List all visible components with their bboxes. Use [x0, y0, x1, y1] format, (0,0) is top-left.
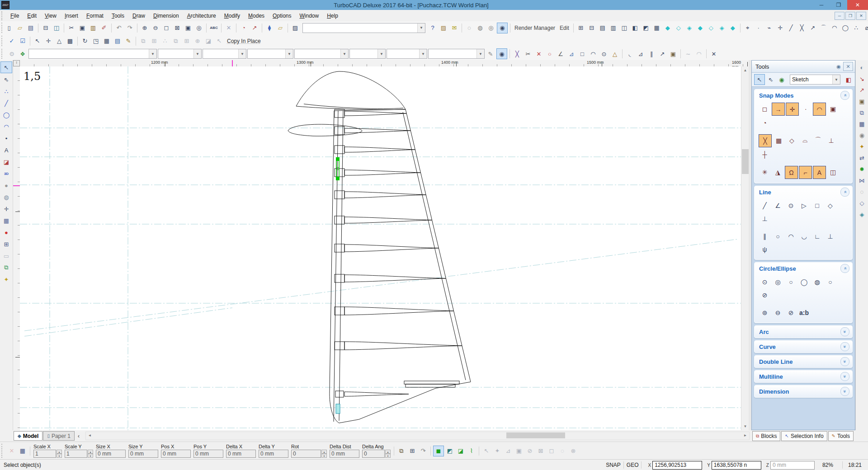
- line-parallel[interactable]: ∥: [759, 230, 771, 242]
- zoom-extents-button[interactable]: ⊠: [172, 23, 182, 33]
- line-single[interactable]: ╱: [759, 199, 771, 212]
- delta-ang-field-input[interactable]: 0: [362, 450, 385, 458]
- size-x-field-input[interactable]: 0 mm: [96, 450, 126, 458]
- spin-up-icon[interactable]: ▲: [57, 450, 62, 454]
- line-irregular-polygon[interactable]: ▷: [798, 199, 810, 212]
- camera-tool[interactable]: ▦: [1, 215, 12, 226]
- edit-curve-button[interactable]: ↷: [418, 446, 428, 456]
- close-button[interactable]: ✕: [847, 0, 868, 10]
- line-double-segment[interactable]: ∠: [772, 199, 784, 212]
- snap-intersection-toolbar-button[interactable]: ╳: [797, 23, 807, 33]
- viewport-tool[interactable]: ⊞: [1, 239, 12, 249]
- line-perpendicular-from-line[interactable]: ⊥: [824, 230, 836, 242]
- restore-button[interactable]: ❐: [830, 0, 847, 10]
- snap-grid[interactable]: ▦: [773, 134, 785, 146]
- copy-in-place-button[interactable]: Copy In Place: [227, 38, 261, 44]
- menu-modes[interactable]: Modes: [244, 11, 269, 20]
- node-edit-tool[interactable]: ⇖: [1, 74, 12, 85]
- view-top-button[interactable]: ◩: [641, 23, 651, 33]
- ellipse[interactable]: ○: [824, 276, 836, 288]
- pack-and-go-button[interactable]: ↖: [33, 36, 42, 46]
- zoom-out-button[interactable]: ⊖: [151, 23, 160, 33]
- geo-toggle[interactable]: GEO: [627, 462, 639, 468]
- horizontal-ruler[interactable]: 1200 mm1300 mm1400 mm1500 mm1600 mm: [20, 60, 749, 67]
- chevron-down-icon[interactable]: ▼: [832, 75, 840, 84]
- snap-rubber-stamp[interactable]: ◇: [786, 134, 798, 146]
- group-edit-icon[interactable]: ◇: [857, 198, 867, 208]
- line-tangent-to-arc[interactable]: ○: [772, 230, 784, 242]
- spin-down-icon[interactable]: ▼: [321, 454, 327, 458]
- snap-center-toolbar-button[interactable]: ✛: [775, 23, 785, 33]
- vertical-scroll-thumb[interactable]: [742, 149, 749, 174]
- chevron-down-icon[interactable]: ▼: [377, 49, 385, 58]
- doc-close-button[interactable]: ✕: [856, 12, 866, 20]
- selector-window-icon[interactable]: ◐: [857, 62, 867, 73]
- table-icon[interactable]: ▦: [857, 119, 867, 129]
- view-front-button[interactable]: ▦: [652, 23, 662, 33]
- snap-midpoint[interactable]: ┼: [759, 148, 771, 160]
- named-view-button[interactable]: ▥: [609, 23, 618, 33]
- spin-up-icon[interactable]: ▲: [385, 450, 391, 454]
- save-button[interactable]: ▤: [26, 23, 36, 33]
- snap-ortho[interactable]: ⌐: [799, 166, 812, 179]
- size-y-field-input[interactable]: 0 mm: [128, 450, 158, 458]
- snap-arc-toolbar-button[interactable]: ◠: [830, 23, 840, 33]
- expand-section-icon[interactable]: »: [840, 387, 849, 396]
- vertical-scrollbar[interactable]: ▲ ▼: [741, 66, 749, 430]
- dot-tool[interactable]: •: [1, 133, 12, 144]
- circle-tangent-to-line[interactable]: ◍: [811, 276, 823, 288]
- pos-x-field-input[interactable]: 0 mm: [161, 450, 191, 458]
- palette-tab-selection-info[interactable]: ↖Selection Info: [781, 431, 827, 441]
- spell-check-drawing-button[interactable]: ✓: [7, 36, 17, 46]
- quick-dim-button[interactable]: ⊿: [566, 49, 576, 59]
- chevron-down-icon[interactable]: ▼: [419, 49, 427, 58]
- scroll-down-arrow[interactable]: ▼: [741, 423, 749, 430]
- collapse-section-icon[interactable]: »: [840, 188, 849, 197]
- ellipse-rotated[interactable]: ⊘: [759, 289, 771, 301]
- menu-help[interactable]: Help: [323, 11, 342, 20]
- menu-format[interactable]: Format: [82, 11, 108, 20]
- snap-toggle[interactable]: SNAP: [606, 462, 621, 468]
- snap-tangent-toolbar-button[interactable]: ⌒: [819, 23, 829, 33]
- menu-draw[interactable]: Draw: [128, 11, 149, 20]
- snap-arc-center[interactable]: ◠: [813, 103, 826, 116]
- print-button[interactable]: ⊟: [41, 23, 51, 33]
- tab-scroll-left-button[interactable]: ‹: [75, 432, 83, 440]
- palette-tab-blocks[interactable]: ⧉Blocks: [752, 431, 780, 441]
- snap-face[interactable]: ⌓: [799, 134, 811, 146]
- menu-file[interactable]: File: [6, 11, 23, 20]
- print-preview-button[interactable]: ◫: [52, 23, 61, 33]
- arc-tool-button[interactable]: ◠: [588, 49, 598, 59]
- layer-paint-button[interactable]: ❖: [18, 49, 28, 59]
- render-manager-link[interactable]: Render Manager: [514, 25, 555, 31]
- ellipse-rotated-diagonal[interactable]: ⊘: [785, 306, 797, 319]
- area-measure-button[interactable]: △: [54, 36, 64, 46]
- select-mode-rectangle-button[interactable]: ◼: [433, 446, 444, 456]
- line-tool[interactable]: ╱: [1, 98, 12, 108]
- render-wireframe-button[interactable]: ◌: [464, 23, 474, 33]
- expand-section-icon[interactable]: »: [840, 357, 849, 366]
- arc-tool[interactable]: ◠: [1, 121, 12, 132]
- tab-model[interactable]: ◆Model: [14, 431, 42, 441]
- fillet-button[interactable]: ◟: [625, 49, 635, 59]
- offset-button[interactable]: ∥: [646, 49, 656, 59]
- design-director-button[interactable]: ▨: [290, 23, 300, 33]
- menu-window[interactable]: Window: [295, 11, 323, 20]
- scroll-up-arrow[interactable]: ▲: [741, 66, 749, 74]
- cut-button[interactable]: ✂: [66, 23, 76, 33]
- pen-edit-button[interactable]: ✎: [486, 49, 495, 59]
- pen-width-combo[interactable]: ▼: [247, 49, 293, 59]
- style-combo[interactable]: ▼: [28, 49, 157, 59]
- spin-up-icon[interactable]: ▲: [321, 450, 327, 454]
- redline-tool[interactable]: ●: [1, 227, 12, 238]
- compass-button[interactable]: ◔: [239, 23, 249, 33]
- expand-section-icon[interactable]: »: [840, 342, 849, 351]
- chevron-down-icon[interactable]: ▼: [193, 49, 201, 58]
- snap-grid-toolbar-button[interactable]: ∴: [851, 23, 861, 33]
- zoom-in-button[interactable]: ⊕: [140, 23, 150, 33]
- circle-tool-button[interactable]: ⊙: [599, 49, 609, 59]
- array-3d-button[interactable]: ▦: [102, 36, 112, 46]
- paste-button[interactable]: ▥: [88, 23, 98, 33]
- line-polygon[interactable]: ⊙: [785, 199, 797, 212]
- dimension-arrow-icon[interactable]: ↘: [857, 74, 867, 84]
